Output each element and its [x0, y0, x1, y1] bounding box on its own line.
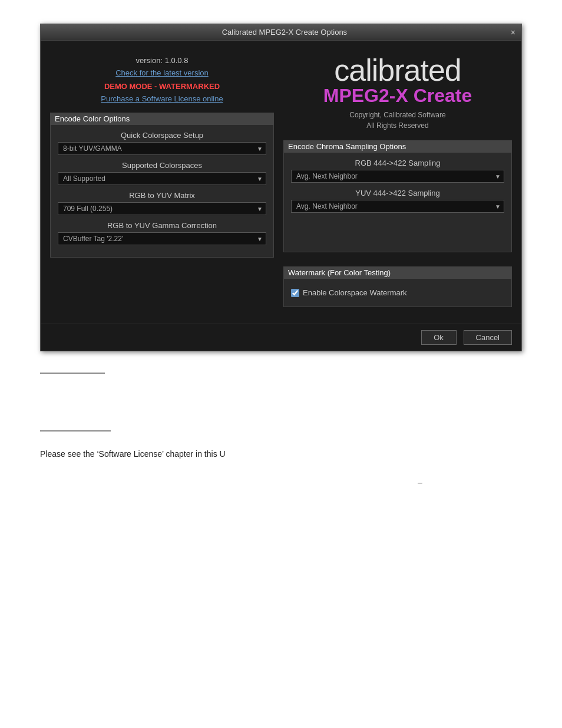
rgb-yuv-matrix-wrapper: 709 Full (0.255) ▼	[58, 202, 266, 215]
rgb-yuv-matrix-label: RGB to YUV Matrix	[58, 191, 266, 200]
left-panel: version: 1.0.0.8 Check for the latest ve…	[50, 50, 274, 314]
supported-colorspaces-label: Supported Colorspaces	[58, 161, 266, 170]
watermark-section-header: Watermark (For Color Testing)	[283, 266, 512, 279]
page-content: Please see the ‘Software License’ chapte…	[40, 373, 394, 459]
quick-colorspace-select[interactable]: 8-bit YUV/GAMMA	[58, 142, 266, 155]
yuv-444-label: YUV 444->422 Sampling	[291, 189, 504, 197]
rule-2	[40, 430, 111, 431]
encode-color-section-header: Encode Color Options	[50, 113, 274, 125]
rgb-yuv-matrix-select[interactable]: 709 Full (0.255)	[58, 202, 266, 215]
rgb-444-select[interactable]: Avg. Next Neighbor	[291, 170, 504, 183]
dialog-window: Calibrated MPEG2-X Create Options × vers…	[40, 24, 522, 351]
body-text: Please see the ‘Software License’ chapte…	[40, 449, 394, 459]
chroma-section-header: Encode Chroma Sampling Options	[283, 140, 512, 153]
rgb-yuv-gamma-select[interactable]: CVBuffer Tag '2.22'	[58, 232, 266, 245]
watermark-checkbox-row: Enable Colorspace Watermark	[291, 285, 504, 301]
copyright-line1: Copyright, Calibrated Software	[349, 111, 445, 119]
brand-copyright: Copyright, Calibrated Software All Right…	[283, 110, 512, 131]
dialog-title: Calibrated MPEG2-X Create Options	[58, 28, 511, 37]
rgb-444-wrapper: Avg. Next Neighbor ▼	[291, 170, 504, 183]
demo-mode-text: DEMO MODE - WATERMARKED	[50, 82, 274, 91]
copyright-line2: All Rights Reserved	[366, 121, 428, 130]
watermark-checkbox[interactable]	[291, 289, 299, 297]
ok-button[interactable]: Ok	[421, 330, 457, 345]
supported-colorspaces-wrapper: All Supported ▼	[58, 172, 266, 185]
brand-mpeg-text: MPEG2-X Create	[283, 85, 512, 106]
brand-area: calibrated MPEG2-X Create Copyright, Cal…	[283, 50, 512, 140]
purchase-license-link[interactable]: Purchase a Software License online	[101, 94, 223, 103]
quick-colorspace-wrapper: 8-bit YUV/GAMMA ▼	[58, 142, 266, 155]
right-panel: calibrated MPEG2-X Create Copyright, Cal…	[283, 50, 512, 314]
version-info: version: 1.0.0.8 Check for the latest ve…	[50, 50, 274, 113]
brand-calibrated-text: calibrated	[283, 55, 512, 85]
rgb-yuv-gamma-label: RGB to YUV Gamma Correction	[58, 221, 266, 230]
dialog-footer: Ok Cancel	[41, 324, 521, 351]
rgb-yuv-gamma-wrapper: CVBuffer Tag '2.22' ▼	[58, 232, 266, 245]
chroma-section-body: RGB 444->422 Sampling Avg. Next Neighbor…	[283, 153, 512, 252]
encode-color-section-body: Quick Colorspace Setup 8-bit YUV/GAMMA ▼…	[50, 125, 274, 258]
yuv-444-select[interactable]: Avg. Next Neighbor	[291, 200, 504, 213]
cancel-button[interactable]: Cancel	[464, 330, 512, 345]
watermark-checkbox-label: Enable Colorspace Watermark	[303, 288, 407, 297]
close-button[interactable]: ×	[511, 28, 515, 37]
check-version-link[interactable]: Check for the latest version	[50, 68, 274, 77]
version-text: version: 1.0.0.8	[50, 56, 274, 65]
supported-colorspaces-select[interactable]: All Supported	[58, 172, 266, 185]
rule-1	[40, 373, 105, 374]
dialog-body: version: 1.0.0.8 Check for the latest ve…	[41, 41, 521, 324]
quick-colorspace-label: Quick Colorspace Setup	[58, 131, 266, 140]
dash-char: –	[418, 477, 422, 487]
rgb-444-label: RGB 444->422 Sampling	[291, 159, 504, 167]
watermark-section-body: Enable Colorspace Watermark	[283, 279, 512, 307]
yuv-444-wrapper: Avg. Next Neighbor ▼	[291, 200, 504, 213]
dialog-titlebar: Calibrated MPEG2-X Create Options ×	[41, 24, 521, 41]
